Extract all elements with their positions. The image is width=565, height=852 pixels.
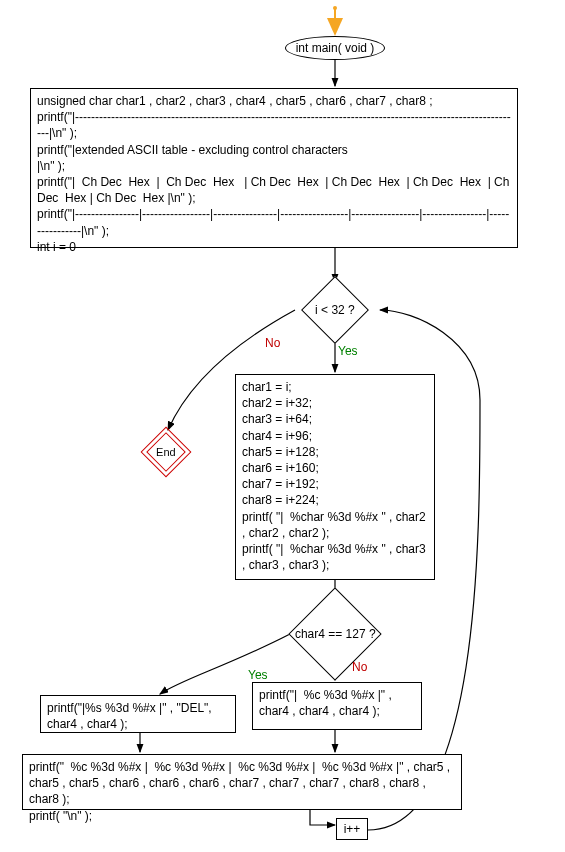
cond1-decision: i < 32 ? bbox=[301, 276, 369, 344]
assign-block: char1 = i; char2 = i+32; char3 = i+64; c… bbox=[235, 374, 435, 580]
svg-point-8 bbox=[333, 6, 337, 10]
cond1-no-label: No bbox=[265, 336, 280, 350]
assign-text: char1 = i; char2 = i+32; char3 = i+64; c… bbox=[236, 375, 434, 577]
main-label: int main( void ) bbox=[296, 41, 375, 55]
main-terminator: int main( void ) bbox=[285, 36, 385, 60]
tail-block: printf(" %c %3d %#x | %c %3d %#x | %c %3… bbox=[22, 754, 462, 810]
cond2-yes-label: Yes bbox=[248, 668, 268, 682]
init-block: unsigned char char1 , char2 , char3 , ch… bbox=[30, 88, 518, 248]
tail-text: printf(" %c %3d %#x | %c %3d %#x | %c %3… bbox=[23, 755, 461, 828]
cond1-label: i < 32 ? bbox=[315, 303, 355, 317]
inc-text: i++ bbox=[344, 822, 361, 836]
no-branch-text: printf("| %c %3d %#x |" , char4 , char4 … bbox=[253, 683, 421, 723]
end-node: End bbox=[141, 427, 192, 478]
no-branch-block: printf("| %c %3d %#x |" , char4 , char4 … bbox=[252, 682, 422, 730]
init-text: unsigned char char1 , char2 , char3 , ch… bbox=[31, 89, 517, 259]
end-label: End bbox=[156, 446, 176, 458]
cond1-yes-label: Yes bbox=[338, 344, 358, 358]
cond2-no-label: No bbox=[352, 660, 367, 674]
yes-branch-text: printf("|%s %3d %#x |" , "DEL", char4 , … bbox=[41, 696, 235, 736]
cond2-decision: char4 == 127 ? bbox=[288, 587, 381, 680]
cond2-label: char4 == 127 ? bbox=[295, 627, 376, 641]
inc-block: i++ bbox=[336, 818, 368, 840]
yes-branch-block: printf("|%s %3d %#x |" , "DEL", char4 , … bbox=[40, 695, 236, 733]
